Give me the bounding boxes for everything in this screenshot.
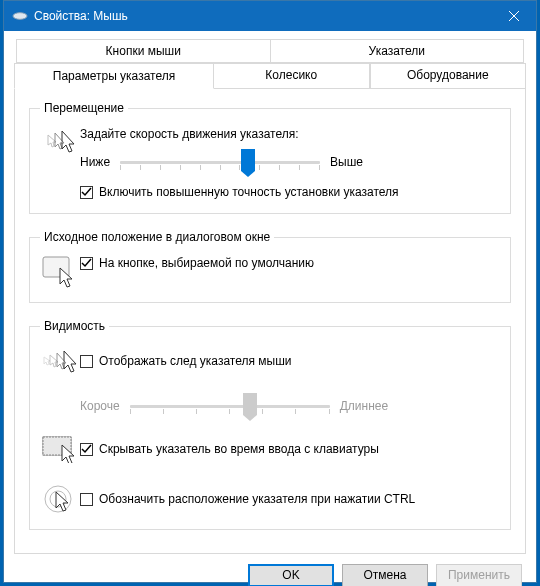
group-motion: Перемещение Зад [29, 101, 511, 214]
hide-typing-checkbox[interactable] [80, 443, 93, 456]
window-title: Свойства: Мышь [34, 9, 491, 23]
tab-pointer-options[interactable]: Параметры указателя [14, 63, 214, 89]
dialog-button-bar: OK Отмена Применить [4, 554, 536, 586]
enhance-precision-label: Включить повышенную точность установки у… [99, 185, 399, 199]
pointer-speed-icon [40, 127, 80, 157]
pointer-speed-label: Задайте скорость движения указателя: [80, 127, 500, 141]
close-button[interactable] [491, 1, 536, 31]
snap-to-checkbox[interactable] [80, 257, 93, 270]
svg-point-0 [13, 13, 27, 20]
titlebar[interactable]: Свойства: Мышь [4, 1, 536, 31]
ctrl-locate-icon [40, 483, 80, 515]
tab-panel-pointer-options: Перемещение Зад [14, 89, 526, 554]
cancel-button[interactable]: Отмена [342, 564, 428, 586]
hide-typing-label: Скрывать указатель во время ввода с клав… [99, 442, 379, 456]
pointer-trails-label: Отображать след указателя мыши [99, 354, 292, 368]
group-motion-legend: Перемещение [40, 101, 128, 115]
trail-min-label: Короче [80, 399, 120, 413]
tab-pointers[interactable]: Указатели [270, 39, 525, 62]
pointer-speed-slider[interactable] [120, 151, 320, 173]
snap-to-icon [40, 256, 80, 288]
ok-button[interactable]: OK [248, 564, 334, 586]
pointer-trails-checkbox[interactable] [80, 355, 93, 368]
group-snap: Исходное положение в диалоговом окне [29, 230, 511, 303]
tab-hardware[interactable]: Оборудование [370, 63, 527, 88]
ctrl-locate-label: Обозначить расположение указателя при на… [99, 492, 415, 506]
apply-button: Применить [436, 564, 522, 586]
slider-min-label: Ниже [80, 155, 110, 169]
snap-to-label: На кнопке, выбираемой по умолчанию [99, 256, 314, 270]
slider-max-label: Выше [330, 155, 363, 169]
enhance-precision-checkbox[interactable] [80, 186, 93, 199]
mouse-icon [12, 8, 28, 24]
hide-typing-icon [40, 433, 80, 465]
group-snap-legend: Исходное положение в диалоговом окне [40, 230, 274, 244]
group-visibility: Видимость [29, 319, 511, 530]
group-visibility-legend: Видимость [40, 319, 109, 333]
tab-wheel[interactable]: Колесико [214, 63, 370, 88]
client-area: Кнопки мыши Указатели Параметры указател… [4, 31, 536, 554]
mouse-properties-window: Свойства: Мышь Кнопки мыши Указатели Пар… [3, 0, 537, 583]
pointer-trails-icon [40, 345, 80, 377]
ctrl-locate-checkbox[interactable] [80, 493, 93, 506]
tab-control: Кнопки мыши Указатели Параметры указател… [14, 39, 526, 554]
trail-length-slider [130, 395, 330, 417]
trail-max-label: Длиннее [340, 399, 388, 413]
slider-thumb[interactable] [241, 149, 255, 171]
slider-thumb [243, 393, 257, 415]
tab-buttons[interactable]: Кнопки мыши [16, 39, 270, 62]
